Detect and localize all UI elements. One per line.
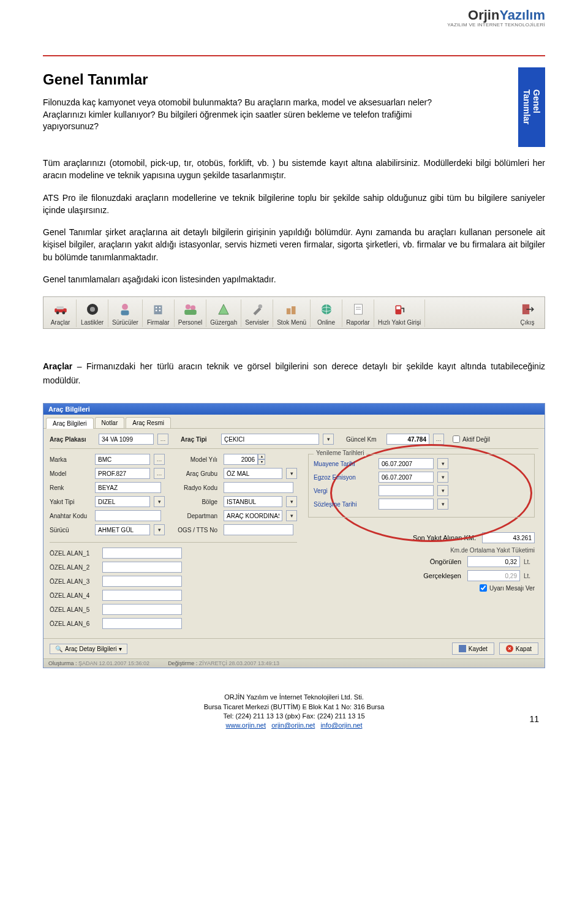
- renk-input[interactable]: [95, 482, 161, 493]
- marka-lookup-button[interactable]: …: [154, 454, 165, 465]
- vergi-label: Vergi: [314, 488, 375, 494]
- yakit-input[interactable]: [95, 496, 150, 507]
- exit-icon: [518, 301, 537, 318]
- muayene-date-button[interactable]: ▾: [437, 458, 448, 469]
- body-para-2: ATS Pro ile filonuzdaki araçların modell…: [43, 192, 545, 217]
- window-title: Araç Bilgileri: [43, 404, 545, 415]
- section-head: Araçlar: [43, 361, 72, 371]
- side-tab-genel-tanimlar: Genel Tanımlar: [518, 67, 545, 147]
- divider: [50, 542, 297, 543]
- sozlesme-date-button[interactable]: ▾: [437, 499, 448, 510]
- tab-notlar[interactable]: Notlar: [95, 417, 125, 428]
- tire-icon: [83, 301, 102, 318]
- anahtar-label: Anahtar Kodu: [50, 513, 91, 519]
- ogs-label: OGS / TTS No: [175, 527, 220, 533]
- radyo-input[interactable]: [224, 482, 293, 493]
- main-toolbar: Araçlar Lastikler Sürücüler Firmalar Per…: [43, 296, 545, 329]
- footer-link-www[interactable]: www.orjin.net: [226, 721, 266, 729]
- toolbar-lastikler-button[interactable]: Lastikler: [77, 299, 108, 327]
- footer-link-mail2[interactable]: info@orjin.net: [320, 721, 362, 729]
- ozel3-input[interactable]: [102, 576, 182, 587]
- yenileme-tarihleri-fieldset: Yenileme Tarihleri Muayene Tarihi▾ Egzoz…: [308, 454, 535, 518]
- model-yili-spinner[interactable]: ▴▾: [224, 454, 265, 465]
- model-lookup-button[interactable]: …: [154, 468, 165, 479]
- logo-subtitle: YAZILIM VE INTERNET TEKNOLOJİLERİ: [447, 22, 545, 28]
- logo-text: OrjinYazılım: [447, 7, 545, 23]
- section-araclar: Araçlar – Firmanızdaki her türlü aracın …: [43, 360, 545, 387]
- toolbar-araclar-button[interactable]: Araçlar: [45, 299, 77, 327]
- kapat-button[interactable]: ×Kapat: [499, 642, 538, 655]
- surucu-input[interactable]: [95, 524, 150, 535]
- bolge-dropdown-button[interactable]: ▾: [286, 496, 297, 507]
- inactive-checkbox[interactable]: Aktif Değil: [453, 435, 490, 443]
- footer-link-mail1[interactable]: orjin@orjin.net: [271, 721, 315, 729]
- tab-arac-resmi[interactable]: Araç Resmi: [126, 417, 171, 428]
- svg-point-14: [190, 306, 195, 311]
- type-label: Araç Tipi: [181, 436, 217, 443]
- ongorulen-input[interactable]: [467, 556, 520, 567]
- toolbar-cikis-button[interactable]: Çıkış: [511, 299, 543, 327]
- toolbar-suruculer-button[interactable]: Sürücüler: [108, 299, 143, 327]
- model-yili-label: Model Yılı: [175, 456, 220, 463]
- toolbar-firmalar-button[interactable]: Firmalar: [143, 299, 175, 327]
- sozlesme-input[interactable]: [379, 499, 434, 510]
- vergi-date-button[interactable]: ▾: [437, 485, 448, 496]
- svg-rect-7: [121, 311, 129, 315]
- page-footer: ORJİN Yazılım ve İnternet Teknolojileri …: [43, 693, 545, 731]
- personnel-icon: [181, 301, 200, 318]
- egzoz-input[interactable]: [379, 472, 434, 483]
- arac-grubu-dropdown-button[interactable]: ▾: [286, 468, 297, 479]
- spin-up-icon[interactable]: ▴: [258, 454, 265, 459]
- type-dropdown-button[interactable]: ▾: [323, 434, 334, 445]
- km-input[interactable]: [386, 434, 429, 445]
- ozel4-input[interactable]: [102, 590, 182, 601]
- km-lookup-button[interactable]: …: [433, 434, 444, 445]
- toolbar-raporlar-button[interactable]: Raporlar: [342, 299, 374, 327]
- ogs-input[interactable]: [224, 524, 293, 535]
- departman-input[interactable]: [224, 510, 282, 521]
- ozel2-input[interactable]: [102, 562, 182, 573]
- last-fuel-km-input: [482, 532, 535, 543]
- logo-block: OrjinYazılım YAZILIM VE INTERNET TEKNOLO…: [447, 7, 545, 28]
- ozel5-input[interactable]: [102, 604, 182, 615]
- ozel6-label: ÖZEL ALAN_6: [50, 620, 99, 627]
- spin-down-icon[interactable]: ▾: [258, 459, 265, 465]
- type-input[interactable]: [221, 434, 319, 445]
- ozel5-label: ÖZEL ALAN_5: [50, 606, 99, 613]
- departman-dropdown-button[interactable]: ▾: [286, 510, 297, 521]
- uyari-mesaji-checkbox[interactable]: Uyarı Mesajı Ver: [480, 584, 535, 592]
- arac-grubu-input[interactable]: [224, 468, 282, 479]
- window-tabs: Araç Bilgileri Notlar Araç Resmi: [43, 415, 545, 429]
- model-input[interactable]: [95, 468, 150, 479]
- toolbar-guzergah-button[interactable]: Güzergah: [206, 299, 241, 327]
- muayene-input[interactable]: [379, 458, 434, 469]
- body-para-1: Tüm araçlarınızı (otomobil, pick-up, tır…: [43, 157, 545, 182]
- toolbar-hizli-yakit-button[interactable]: Hızlı Yakıt Girişi: [374, 299, 425, 327]
- ozel1-input[interactable]: [102, 548, 182, 559]
- muayene-label: Muayene Tarihi: [314, 461, 375, 467]
- detail-icon: 🔍: [55, 646, 62, 652]
- toolbar-online-button[interactable]: Online: [311, 299, 342, 327]
- anahtar-input[interactable]: [95, 510, 161, 521]
- plate-input[interactable]: [99, 434, 154, 445]
- arac-bilgileri-window: Araç Bilgileri Araç Bilgileri Notlar Ara…: [43, 403, 545, 668]
- toolbar-stok-menu-button[interactable]: Stok Menü: [273, 299, 311, 327]
- toolbar-personel-button[interactable]: Personel: [175, 299, 206, 327]
- kaydet-button[interactable]: Kaydet: [452, 642, 494, 655]
- tab-arac-bilgileri[interactable]: Araç Bilgileri: [46, 418, 94, 429]
- ozel4-label: ÖZEL ALAN_4: [50, 592, 99, 599]
- surucu-dropdown-button[interactable]: ▾: [154, 524, 165, 535]
- svg-rect-18: [292, 307, 296, 315]
- route-icon: [214, 301, 233, 318]
- yakit-dropdown-button[interactable]: ▾: [154, 496, 165, 507]
- vergi-input[interactable]: [379, 485, 434, 496]
- svg-rect-1: [56, 307, 63, 310]
- ozel3-label: ÖZEL ALAN_3: [50, 578, 99, 585]
- plate-lookup-button[interactable]: …: [157, 434, 168, 445]
- ozel6-input[interactable]: [102, 618, 182, 629]
- bolge-input[interactable]: [224, 496, 282, 507]
- arac-detay-dropdown[interactable]: 🔍 Araç Detay Bilgileri ▾: [50, 644, 127, 654]
- egzoz-date-button[interactable]: ▾: [437, 472, 448, 483]
- toolbar-servisler-button[interactable]: Servisler: [241, 299, 273, 327]
- marka-input[interactable]: [95, 454, 150, 465]
